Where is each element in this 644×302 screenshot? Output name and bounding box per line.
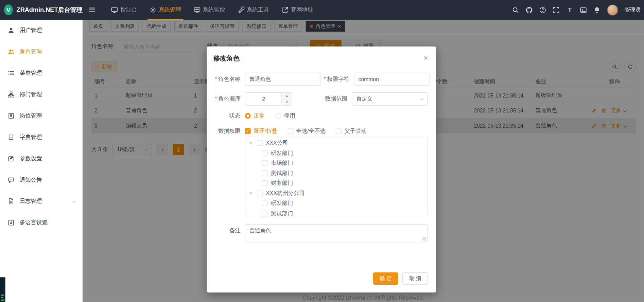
- sidebar-item-label: 字典管理: [20, 134, 42, 141]
- topbar-actions: T 管理员: [512, 4, 644, 16]
- caret-down-icon[interactable]: ▼: [248, 191, 254, 196]
- tree-node[interactable]: 市场部门: [245, 158, 428, 168]
- app: V ZRAdmin.NET后台管理 控制台 系统管理 系统监控 系统工具: [0, 0, 644, 302]
- checkbox-icon[interactable]: [262, 150, 267, 156]
- data-scope-select[interactable]: 自定义: [352, 92, 428, 106]
- sidebar-item-label: 部门管理: [20, 91, 42, 98]
- checkbox-icon[interactable]: [257, 191, 263, 196]
- nav-label: 控制台: [120, 6, 137, 14]
- sidebar-item-roles[interactable]: 角色管理: [0, 41, 82, 63]
- role-order-input[interactable]: [245, 96, 282, 102]
- gear-icon: [150, 6, 157, 14]
- image-icon[interactable]: [580, 6, 587, 14]
- tree-node[interactable]: 测试部门: [245, 209, 428, 217]
- sidebar-item-menus[interactable]: 菜单管理: [0, 63, 82, 84]
- checkbox-icon[interactable]: [262, 180, 267, 186]
- form-row: 备注 普通角色: [207, 224, 436, 242]
- checkbox-icon[interactable]: [257, 140, 263, 146]
- data-permission-label: 数据权限: [207, 127, 245, 135]
- radio-icon: [245, 113, 251, 119]
- dialog-footer: 确 定 取 消: [373, 272, 428, 285]
- expand-collapse-checkbox[interactable]: ✓ 展开/折叠: [245, 127, 277, 135]
- hamburger-icon[interactable]: [88, 6, 96, 14]
- nav-item-console[interactable]: 控制台: [105, 0, 143, 20]
- status-radio-normal[interactable]: 正常: [245, 112, 265, 120]
- sidebar-item-label: 用户管理: [20, 27, 42, 34]
- tree-node[interactable]: ▼ XXX杭州分公司: [245, 188, 428, 198]
- search-icon[interactable]: [512, 6, 519, 14]
- role-key-label: *权限字符: [321, 76, 354, 83]
- nav-item-website[interactable]: 官网地址: [275, 0, 319, 20]
- sidebar-item-notices[interactable]: 通知公告: [0, 169, 82, 191]
- avatar[interactable]: [607, 4, 618, 16]
- sidebar-item-logs[interactable]: 日志管理: [0, 191, 82, 212]
- tree-node[interactable]: ▼ XXX公司: [245, 138, 428, 148]
- status-label: 状态: [207, 112, 245, 120]
- nav-item-system-monitor[interactable]: 系统监控: [187, 0, 231, 20]
- github-icon[interactable]: [526, 6, 533, 14]
- increase-button[interactable]: ▲: [282, 93, 292, 99]
- role-key-input[interactable]: [354, 73, 430, 86]
- tree-node[interactable]: 测试部门: [245, 168, 428, 178]
- nav-label: 官网地址: [291, 6, 313, 14]
- monitor-icon: [193, 6, 201, 14]
- checkbox-icon[interactable]: [262, 211, 267, 216]
- checkbox-icon[interactable]: [262, 171, 267, 176]
- sidebar-item-posts[interactable]: 岗位管理: [0, 105, 82, 127]
- form-row: 数据权限 ✓ 展开/折叠 全选/全不选 父子联动: [207, 127, 436, 135]
- status-radio-disabled[interactable]: 停用: [275, 112, 295, 120]
- chevron-down-icon: [420, 97, 424, 101]
- radio-icon: [275, 113, 281, 119]
- confirm-button[interactable]: 确 定: [373, 272, 399, 285]
- corner-widget: [0, 277, 5, 302]
- sidebar-item-dictionary[interactable]: 字典管理: [0, 126, 82, 148]
- logo-icon: V: [4, 4, 13, 15]
- caret-down-icon[interactable]: ▼: [248, 141, 254, 145]
- nav-label: 系统监控: [203, 6, 225, 14]
- decrease-button[interactable]: ▼: [282, 99, 292, 105]
- nav-item-system-management[interactable]: 系统管理: [143, 0, 187, 20]
- username[interactable]: 管理员: [625, 6, 641, 14]
- nav-label: 系统工具: [247, 6, 269, 14]
- chat-bubble-icon: [8, 177, 14, 183]
- sidebar-item-users[interactable]: 用户管理: [0, 20, 82, 41]
- role-icon: [8, 49, 14, 55]
- fullscreen-icon[interactable]: [553, 6, 560, 14]
- form-row: *角色顺序 ▲ ▼ 数据范围 自定义: [207, 92, 436, 106]
- sidebar-item-parameters[interactable]: 参数设置: [0, 148, 82, 169]
- remark-textarea[interactable]: 普通角色: [245, 224, 428, 242]
- role-name-input[interactable]: [245, 73, 321, 86]
- dialog-title: 修改角色: [213, 54, 240, 63]
- checkbox-icon[interactable]: [262, 160, 267, 166]
- select-all-checkbox[interactable]: 全选/全不选: [288, 127, 326, 135]
- font-size-icon[interactable]: T: [566, 6, 573, 14]
- sidebar-item-departments[interactable]: 部门管理: [0, 84, 82, 105]
- menu-list-icon: [8, 70, 14, 76]
- tools-icon: [237, 6, 244, 14]
- checkbox-icon[interactable]: [262, 200, 267, 206]
- close-dialog-icon[interactable]: ×: [423, 54, 428, 62]
- role-name-label: *角色名称: [207, 76, 245, 83]
- sidebar-item-label: 角色管理: [20, 48, 42, 55]
- checkbox-icon: [336, 128, 342, 134]
- console-icon: [111, 6, 118, 14]
- sidebar-item-languages[interactable]: A 多语言设置: [0, 212, 82, 233]
- bell-icon[interactable]: [593, 6, 601, 14]
- tree-node[interactable]: 财务部门: [245, 178, 428, 189]
- app-title: ZRAdmin.NET后台管理: [17, 6, 83, 14]
- remark-label: 备注: [207, 224, 245, 237]
- parent-child-link-checkbox[interactable]: 父子联动: [336, 127, 367, 135]
- sidebar-item-label: 多语言设置: [20, 219, 48, 227]
- permission-tree: ▼ XXX公司 研发部门 市场部门 测试部门: [245, 137, 428, 217]
- org-tree-icon: [8, 91, 14, 97]
- tree-node[interactable]: 研发部门: [245, 198, 428, 209]
- dialog-body: *角色名称 *权限字符 *角色顺序 ▲ ▼ 数据范围 自定义: [207, 63, 436, 242]
- sidebar-item-label: 菜单管理: [20, 69, 42, 77]
- cancel-button[interactable]: 取 消: [402, 272, 428, 285]
- nav-item-system-tools[interactable]: 系统工具: [231, 0, 275, 20]
- app-logo[interactable]: V ZRAdmin.NET后台管理: [0, 4, 83, 15]
- tree-node[interactable]: 研发部门: [245, 148, 428, 158]
- sidebar-item-label: 岗位管理: [20, 112, 42, 120]
- sidebar-item-label: 通知公告: [20, 176, 42, 184]
- help-icon[interactable]: [539, 6, 546, 14]
